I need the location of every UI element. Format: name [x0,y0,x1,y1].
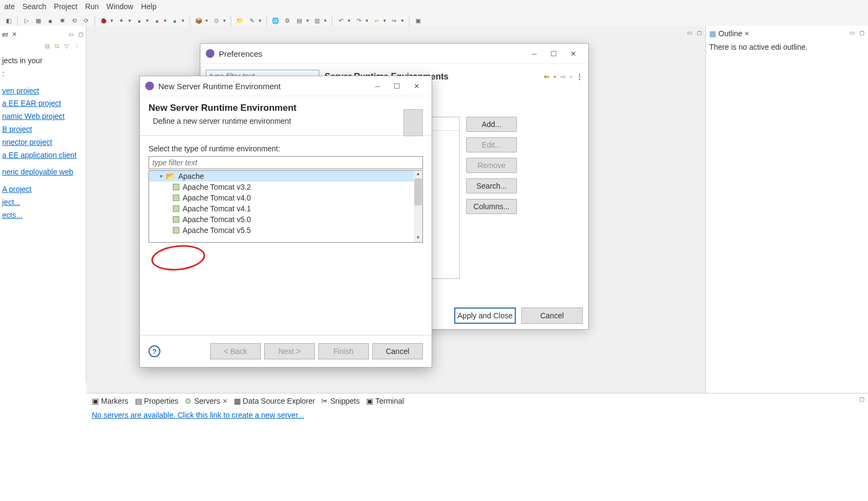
tool-icon[interactable]: 📦 [194,17,203,25]
new-project-link[interactable]: nnector project [2,136,84,149]
bottom-panel: ▢ ▣Markers ▤Properties ⚙Servers✕ ▦Data S… [86,393,868,501]
tree-item[interactable]: Apache Tomcat v4.1 [149,203,422,214]
new-project-link[interactable]: A project [2,183,84,196]
tool-icon[interactable]: ✱ [58,17,66,25]
tool-icon[interactable]: ▤ [295,17,304,25]
maximize-icon[interactable]: ▢ [858,29,865,36]
new-project-link[interactable]: ject... [2,196,84,209]
maximize-icon[interactable]: ▢ [696,29,702,36]
tree-item[interactable]: Apache Tomcat v5.5 [149,225,422,236]
menu-item[interactable]: Help [141,2,157,11]
run-icon[interactable]: ● [171,17,179,25]
menu-dots-icon[interactable]: ⋮ [576,73,583,81]
tool-icon[interactable]: ◧ [4,17,13,25]
maximize-icon[interactable]: ▢ [77,31,84,38]
close-icon[interactable]: ✕ [744,30,749,37]
tree-item[interactable]: Apache Tomcat v5.0 [149,214,422,225]
close-button[interactable]: ✕ [407,79,426,92]
create-server-link[interactable]: No servers are available. Click this lin… [92,411,304,419]
view-tab-label[interactable]: er [2,30,9,38]
tool-icon[interactable]: ⟳ [82,17,90,25]
collapse-icon[interactable]: ⊟ [45,43,52,50]
back-button[interactable]: < Back [210,343,261,359]
filter-icon[interactable]: ▽ [64,43,72,50]
close-icon[interactable]: ✕ [12,31,17,38]
cancel-button[interactable]: Cancel [372,343,423,359]
tab-servers[interactable]: ⚙Servers✕ [185,397,227,405]
minimize-icon[interactable]: ▭ [686,29,692,36]
tool-icon[interactable]: ▥ [313,17,321,25]
menu-item[interactable]: Run [85,2,99,11]
tool-icon[interactable]: ⚙ [283,17,292,25]
tool-icon[interactable]: 📁 [235,17,244,25]
runtime-filter-input[interactable] [149,156,423,169]
fwd-arrow-icon[interactable]: ⇒ [390,17,399,25]
tree-item[interactable]: Apache Tomcat v3.2 [149,182,422,192]
minimize-icon[interactable]: ▭ [68,31,74,38]
dialog-titlebar[interactable]: New Server Runtime Environment ─ ☐ ✕ [140,76,432,96]
new-project-link[interactable]: ven project [2,85,84,98]
remove-button[interactable]: Remove [466,158,517,173]
fwd-arrow-icon[interactable]: ⇒ [560,73,566,81]
columns-button[interactable]: Columns... [466,199,517,214]
nav-fwd-icon[interactable]: ↷ [354,17,363,25]
run-icon[interactable]: ● [153,17,162,25]
back-arrow-icon[interactable]: ⇐ [372,17,381,25]
next-button[interactable]: Next > [264,343,315,359]
cancel-button[interactable]: Cancel [521,308,583,324]
dialog-titlebar[interactable]: Preferences ─ ☐ ✕ [200,44,588,64]
tab-markers[interactable]: ▣Markers [92,397,129,405]
tree-item[interactable]: Apache Tomcat v4.0 [149,192,422,203]
tool-icon[interactable]: ⊙ [212,17,221,25]
new-project-link[interactable]: ects... [2,209,84,222]
maximize-icon[interactable]: ▢ [858,396,865,402]
outline-tab-label[interactable]: Outline [718,29,742,38]
new-project-link[interactable]: neric deployable web [2,166,84,179]
help-icon[interactable]: ? [149,345,160,357]
maximize-button[interactable]: ☐ [387,79,407,92]
scrollbar[interactable]: ▲ ▼ [414,171,422,242]
menu-dots-icon[interactable]: ⋮ [74,43,82,50]
tool-icon[interactable]: ▣ [414,17,422,25]
run-icon[interactable]: ● [135,17,144,25]
new-project-link[interactable]: B project [2,123,84,136]
minimize-button[interactable]: ─ [524,47,544,60]
new-project-link[interactable]: a EE application client [2,149,84,162]
finish-button[interactable]: Finish [318,343,369,359]
scroll-thumb[interactable] [414,178,422,205]
scroll-down-icon[interactable]: ▼ [415,235,421,242]
search-button[interactable]: Search... [466,178,517,193]
back-arrow-icon[interactable]: ⇐ [544,73,549,81]
debug-icon[interactable]: 🐞 [99,17,108,25]
close-icon[interactable]: ✕ [223,398,227,405]
tab-terminal[interactable]: ▣Terminal [366,397,404,405]
tool-icon[interactable]: ⟲ [70,17,78,25]
new-project-link[interactable]: a EE EAR project [2,97,84,110]
minimize-button[interactable]: ─ [368,79,387,92]
scroll-up-icon[interactable]: ▲ [415,171,421,178]
link-icon[interactable]: ⇆ [55,43,62,50]
menu-item[interactable]: ate [4,2,15,11]
apply-close-button[interactable]: Apply and Close [454,308,516,324]
tab-datasource[interactable]: ▦Data Source Explorer [234,397,315,405]
tool-icon[interactable]: ✎ [247,17,256,25]
nav-back-icon[interactable]: ↶ [337,17,345,25]
tool-icon[interactable]: ■ [46,17,55,25]
runtime-tree[interactable]: ▾ 📂 Apache Apache Tomcat v3.2 Apache Tom… [149,170,423,243]
tab-properties[interactable]: ▤Properties [135,397,179,405]
close-button[interactable]: ✕ [563,47,583,60]
minimize-icon[interactable]: ▭ [849,29,855,36]
tool-icon[interactable]: ✦ [117,17,126,25]
menu-item[interactable]: Search [22,2,46,11]
add-button[interactable]: Add... [466,117,517,132]
new-project-link[interactable]: namic Web project [2,110,84,123]
maximize-button[interactable]: ☐ [544,47,563,60]
menu-item[interactable]: Window [106,2,133,11]
tree-folder-apache[interactable]: ▾ 📂 Apache [149,171,422,182]
tool-icon[interactable]: 🌐 [271,17,280,25]
edit-button[interactable]: Edit... [466,137,517,152]
tool-icon[interactable]: ▷ [22,17,31,25]
tab-snippets[interactable]: ✂Snippets [321,397,359,405]
tool-icon[interactable]: ▦ [34,17,43,25]
menu-item[interactable]: Project [54,2,78,11]
